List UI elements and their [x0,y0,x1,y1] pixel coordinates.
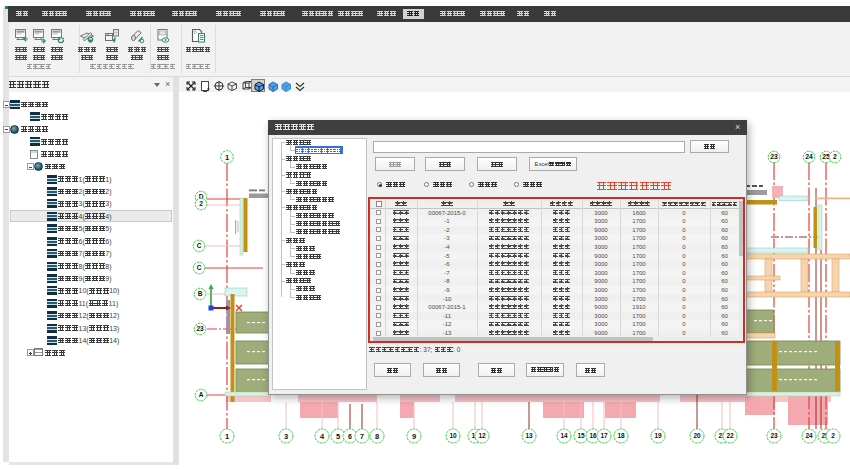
svg-text:2: 2 [199,200,203,207]
svg-text:5: 5 [336,432,340,441]
svg-text:20: 20 [693,432,701,439]
svg-text:19: 19 [654,432,662,439]
svg-text:C: C [197,242,202,249]
svg-text:17: 17 [600,432,608,439]
svg-text:B: B [198,290,203,297]
svg-text:6: 6 [348,433,352,440]
svg-text:8: 8 [375,432,379,441]
svg-text:10: 10 [449,432,457,439]
svg-text:23: 23 [770,432,778,439]
svg-text:13: 13 [525,432,533,439]
svg-text:14: 14 [560,432,568,439]
svg-text:9: 9 [412,432,416,441]
svg-text:16: 16 [589,432,597,439]
svg-text:22: 22 [726,432,734,439]
svg-text:3: 3 [284,432,288,441]
svg-text:1: 1 [225,432,229,441]
svg-text:2: 2 [831,432,835,439]
svg-text:18: 18 [617,432,625,439]
svg-text:12: 12 [478,432,486,439]
svg-text:15: 15 [577,432,585,439]
svg-text:2: 2 [833,153,837,160]
svg-text:23: 23 [196,325,204,332]
svg-text:A: A [199,391,204,398]
svg-text:C: C [197,264,202,271]
svg-text:24: 24 [805,153,813,160]
svg-text:7: 7 [360,433,364,440]
svg-text:24: 24 [805,432,813,439]
svg-text:1: 1 [225,153,229,162]
svg-text:23: 23 [770,153,778,160]
